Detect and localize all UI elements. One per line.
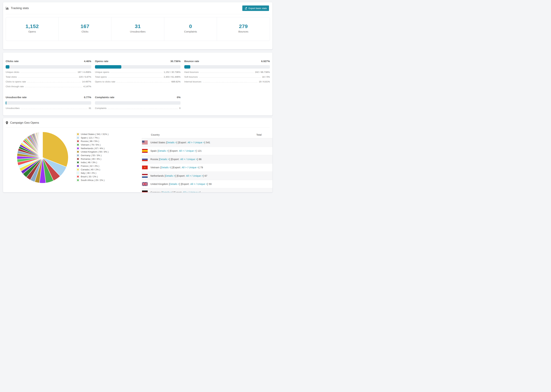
legend-item[interactable]: Spain ( 121 / 7% ) [77, 136, 133, 140]
stat-row-label: Unique opens [95, 71, 109, 73]
stat-box: 279 Bounces [217, 17, 270, 41]
export-unique-link[interactable]: Unique > [197, 183, 207, 185]
export-unique-link[interactable]: Unique > [190, 191, 200, 192]
legend-label: Italy ( 36 / 2% ) [81, 172, 96, 174]
dotted-leader [108, 77, 162, 78]
details-link[interactable]: Details > [165, 175, 175, 177]
stat-number: 0 [164, 23, 217, 29]
dotted-leader [18, 77, 78, 78]
export-unique-link[interactable]: Unique > [193, 175, 203, 177]
legend-item[interactable]: Canada ( 40 / 2% ) [77, 168, 133, 171]
dotted-leader [27, 82, 81, 83]
dotted-leader [110, 73, 162, 73]
legend-item[interactable]: Brazil ( 33 / 2% ) [77, 175, 133, 178]
export-unique-link[interactable]: Unique > [186, 149, 196, 152]
stat-row-value: 689.82% [171, 80, 181, 83]
progress-bar [184, 65, 270, 69]
rate-section: Unsubscribe rate 0.77% Unsubscribes 31 [6, 96, 91, 112]
progress-bar-fill [184, 65, 190, 69]
country-flag-icon [142, 174, 148, 178]
details-link[interactable]: Details > [158, 149, 168, 152]
tracking-stats-card: Tracking stats Export basic stats 1,152 … [3, 2, 273, 49]
export-icon [245, 7, 247, 10]
legend-item[interactable]: India ( 46 / 3% ) [77, 161, 133, 164]
rate-rows: Hard bounces 242 / 86.738% Soft bounces … [184, 71, 270, 85]
stat-row-label: Unique clicks [6, 71, 19, 73]
details-link[interactable]: Details > [167, 141, 177, 144]
legend-item[interactable]: Romania ( 49 / 3% ) [77, 157, 133, 161]
stat-row: Clicks to opens rate 14.497% [6, 80, 91, 85]
legend-item[interactable]: Germany ( 55 / 3% ) [77, 154, 133, 157]
details-link[interactable]: Details > [162, 191, 172, 192]
export-unique-link[interactable]: Unique > [189, 166, 198, 169]
slash-separator: / [188, 191, 189, 192]
legend-swatch [77, 140, 79, 142]
export-unique-link[interactable]: Unique > [195, 141, 205, 144]
stat-row-label: Clicks to opens rate [6, 80, 26, 83]
country-flag-icon [142, 140, 148, 144]
legend-item[interactable]: France ( 42 / 2% ) [77, 164, 133, 168]
card-title: Campaign Geo Opens [10, 121, 39, 125]
rate-rows: Unsubscribes 31 [6, 107, 91, 112]
stat-row: Hard bounces 242 / 86.738% [184, 71, 270, 76]
export-basic-stats-button[interactable]: Export basic stats [242, 6, 269, 11]
export-all-link[interactable]: All > [190, 183, 195, 185]
progress-bar [6, 101, 91, 105]
rate-value: 6.927% [261, 60, 270, 63]
legend-item[interactable]: South Africa ( 29 / 2% ) [77, 178, 133, 182]
stat-row-value: 242 / 86.738% [255, 71, 270, 73]
card-title: Tracking stats [11, 7, 29, 10]
legend-item[interactable]: United Kingdom ( 59 / 3% ) [77, 150, 133, 154]
stat-row: Unique clicks 167 / 4.456% [6, 71, 91, 76]
progress-bar-fill [95, 65, 121, 69]
legend-label: Germany ( 55 / 3% ) [81, 154, 102, 157]
stat-row: Unsubscribes 31 [6, 107, 91, 112]
rate-section: Opens rate 30.736% Unique opens 1,152 / … [95, 60, 181, 90]
slash-separator: / [187, 166, 188, 169]
export-all-link[interactable]: All > [182, 166, 187, 169]
stat-row-value: 19 / 6.81% [259, 80, 270, 83]
legend-label: Russia ( 86 / 5% ) [81, 140, 99, 142]
stat-number: 31 [111, 23, 164, 29]
legend-item[interactable]: Italy ( 36 / 2% ) [77, 171, 133, 175]
stat-row-label: Unsubscribes [6, 107, 20, 109]
pie-chart [3, 128, 77, 185]
table-row: Netherlands [Details >] [Export:All >/Un… [142, 172, 272, 180]
dotted-leader [203, 82, 258, 83]
geo-table-body: United States [Details >] [Export:All >/… [142, 138, 272, 192]
column-header-country: Country [151, 133, 160, 136]
stat-row-value: 220 / 5.87% [79, 76, 91, 78]
country-name: Germany [150, 191, 161, 192]
rate-value: 4.46% [84, 60, 91, 63]
country-name: United States [150, 141, 165, 144]
export-all-link[interactable]: All > [183, 191, 188, 192]
legend-item[interactable]: Russia ( 86 / 5% ) [77, 139, 133, 143]
stat-row-label: Opens to clicks rate [95, 80, 115, 83]
details-link[interactable]: Details > [160, 158, 169, 161]
country-total: 121 [198, 149, 213, 152]
export-all-link[interactable]: All > [180, 158, 185, 161]
country-flag-icon [142, 157, 148, 161]
legend-item[interactable]: United States ( 541 / 31% ) [77, 132, 133, 136]
stat-label: Bounces [217, 30, 270, 33]
geo-body: United States ( 541 / 31% ) Spain ( 121 … [3, 128, 272, 192]
export-all-link[interactable]: All > [188, 141, 192, 144]
country-flag-icon [142, 190, 148, 192]
stat-box: 1,152 Opens [6, 17, 59, 41]
export-all-link[interactable]: All > [179, 149, 184, 152]
progress-bar-fill [6, 101, 6, 105]
details-link[interactable]: Details > [170, 183, 179, 185]
rate-title: Bounce rate [184, 60, 199, 63]
details-link[interactable]: Details > [161, 166, 171, 169]
stat-row: Unique opens 1,152 / 30.736% [95, 71, 181, 76]
stat-row: Complaints 0 [95, 107, 181, 112]
rate-section: Complaints rate 0% Complaints 0 [95, 96, 181, 112]
legend-item[interactable]: Vietnam ( 79 / 5% ) [77, 143, 133, 147]
export-unique-link[interactable]: Unique > [187, 158, 197, 161]
legend-label: Brazil ( 33 / 2% ) [81, 175, 98, 178]
stat-number: 1,152 [6, 23, 58, 29]
stat-row-label: Soft bounces [184, 76, 198, 78]
rate-section: Bounce rate 6.927% Hard bounces 242 / 86… [184, 60, 270, 90]
legend-item[interactable]: Netherlands ( 67 / 4% ) [77, 147, 133, 150]
export-all-link[interactable]: All > [186, 175, 191, 177]
